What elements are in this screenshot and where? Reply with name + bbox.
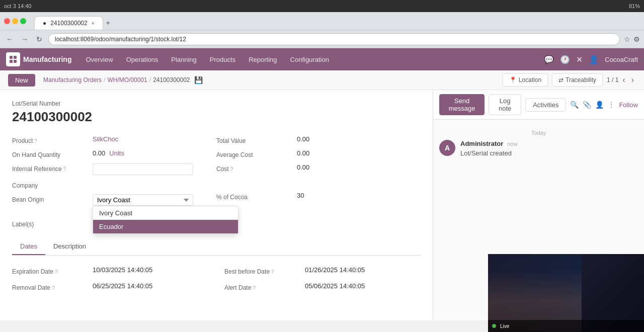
chat-avatar-0: A (439, 140, 455, 156)
address-bar-input[interactable] (48, 33, 620, 45)
window-min-button[interactable] (12, 18, 18, 24)
nav-operations[interactable]: Operations (120, 52, 165, 67)
chat-time-0: now (507, 141, 517, 147)
company-field-row: Company (12, 178, 216, 192)
nav-planning[interactable]: Planning (165, 52, 203, 67)
form-title-section: Lot/Serial Number 24100300002 (12, 100, 421, 125)
dates-fields: Expiration Date ? 10/03/2025 14:40:05 Be… (12, 264, 421, 294)
internal-ref-help-icon: ? (63, 167, 66, 172)
breadcrumb-actions: 📍 Location ⇄ Traceability 1 / 1 ‹ › (503, 73, 636, 87)
dropdown-item-ivory-coast[interactable]: Ivory Coast (93, 206, 238, 220)
nav-reporting[interactable]: Reporting (243, 52, 283, 67)
cost-label: Cost ? (216, 163, 297, 173)
window-close-button[interactable] (4, 18, 10, 24)
tab-description[interactable]: Description (45, 238, 94, 255)
ellipsis-icon[interactable]: ⋮ (608, 101, 615, 109)
best-before-label: Best before Date ? (224, 266, 305, 275)
expiration-help-icon: ? (55, 269, 58, 275)
search-chatter-icon[interactable]: 🔍 (570, 101, 579, 109)
extensions-button[interactable]: ⚙ (633, 35, 640, 43)
tab-dates[interactable]: Dates (12, 238, 45, 255)
removal-date-row: Removal Date ? 06/25/2025 14:40:05 (12, 280, 208, 294)
new-tab-button[interactable]: + (103, 16, 113, 30)
logo-icon (6, 52, 20, 66)
traceability-button[interactable]: ⇄ Traceability (552, 73, 603, 87)
breadcrumb-current: 24100300002 (153, 76, 190, 84)
form-main-title: 24100300002 (12, 109, 421, 125)
attach-icon[interactable]: 📎 (583, 101, 591, 109)
browser-back-button[interactable]: ← (4, 34, 15, 44)
prev-record-button[interactable]: ‹ (620, 75, 627, 85)
chat-date: Today (439, 130, 638, 136)
units-link[interactable]: Units (109, 149, 124, 157)
nav-configuration[interactable]: Configuration (284, 52, 335, 67)
browser-refresh-button[interactable]: ↻ (34, 34, 44, 44)
traceability-label: Traceability (566, 76, 596, 84)
form-col-left: Product ? SilkChoc On Hand Quantity 0.00… (12, 133, 216, 230)
labels-label: Label(s) (12, 219, 93, 228)
location-button[interactable]: 📍 Location (503, 73, 548, 87)
send-message-button[interactable]: Send message (439, 94, 485, 115)
app-header-right: 💬 🕐 ✕ 👤 CocoaCraft (544, 55, 638, 64)
product-value[interactable]: SilkChoc (93, 135, 118, 143)
internal-ref-input[interactable] (93, 163, 193, 175)
dropdown-item-ecuador[interactable]: Ecuador (93, 220, 238, 233)
form-col-right: Total Value 0.00 Average Cost 0.00 Cost … (216, 133, 421, 230)
browser-tab-active[interactable]: ● 24100300002 × (34, 16, 103, 30)
form-subtitle: Lot/Serial Number (12, 100, 421, 107)
browser-chrome: ● 24100300002 × + (0, 12, 644, 30)
product-help-icon: ? (34, 138, 37, 144)
best-before-value: 01/26/2025 14:40:05 (305, 266, 365, 274)
window-max-button[interactable] (20, 18, 26, 24)
svg-rect-1 (14, 56, 17, 59)
follow-button[interactable]: Follow (619, 101, 638, 109)
alert-date-value: 05/06/2025 14:40:05 (305, 282, 365, 290)
video-live-dot (492, 324, 496, 328)
activities-button[interactable]: Activities (525, 98, 566, 112)
panel-icons: 🔍 📎 👤 ⋮ Follow (570, 101, 638, 109)
cost-help-icon: ? (230, 167, 233, 172)
nav-products[interactable]: Products (204, 52, 242, 67)
removal-help-icon: ? (52, 285, 55, 291)
pagination: 1 / 1 ‹ › (607, 75, 636, 85)
video-status: Live (500, 323, 509, 329)
new-record-button[interactable]: New (8, 74, 35, 87)
cost-value: 0.00 (297, 163, 309, 171)
form-area: Lot/Serial Number 24100300002 Product ? … (0, 90, 433, 320)
breadcrumb-mo[interactable]: WH/MO/00001 (107, 76, 147, 84)
bean-origin-select[interactable]: Ivory Coast Ecuador (93, 194, 193, 206)
battery-level: 81% (629, 3, 640, 9)
breadcrumb-bar: New Manufacturing Orders / WH/MO/00001 /… (0, 70, 644, 90)
log-note-button[interactable]: Log note (489, 94, 521, 115)
total-value-label: Total Value (216, 135, 297, 144)
nav-overview[interactable]: Overview (79, 52, 119, 67)
user-icon[interactable]: 👤 (589, 55, 599, 64)
tab-close-button[interactable]: × (92, 21, 95, 26)
removal-date-value: 06/25/2025 14:40:05 (93, 282, 152, 290)
on-hand-field-row: On Hand Quantity 0.00 Units (12, 147, 216, 161)
cocoa-label: % of Cocoa (216, 192, 297, 201)
bookmark-button[interactable]: ☆ (624, 35, 630, 43)
svg-rect-0 (10, 56, 13, 59)
settings-icon[interactable]: ✕ (576, 55, 583, 64)
breadcrumb-manufacturing-orders[interactable]: Manufacturing Orders (43, 76, 102, 84)
form-columns: Product ? SilkChoc On Hand Quantity 0.00… (12, 133, 421, 230)
browser-tabs: ● 24100300002 × + (34, 12, 113, 30)
next-record-button[interactable]: › (629, 75, 636, 85)
bean-origin-dropdown-menu: Ivory Coast Ecuador (93, 206, 238, 234)
location-icon: 📍 (509, 76, 517, 84)
messages-icon[interactable]: 💬 (544, 55, 554, 64)
internal-ref-label: Internal Reference ? (12, 163, 93, 173)
avg-cost-field-row: Average Cost 0.00 (216, 147, 421, 161)
clock-icon[interactable]: 🕐 (560, 55, 570, 64)
best-before-help-icon: ? (271, 269, 274, 275)
browser-forward-button[interactable]: → (19, 34, 30, 44)
best-before-row: Best before Date ? 01/26/2025 14:40:05 (224, 264, 421, 278)
video-overlay: Live (488, 254, 644, 332)
pagination-text: 1 / 1 (607, 76, 618, 84)
expiration-date-label: Expiration Date ? (12, 266, 93, 275)
user-panel-icon[interactable]: 👤 (595, 101, 604, 109)
avg-cost-value: 0.00 (297, 149, 309, 157)
bean-origin-field-row: Bean Origin Ivory Coast Ecuador Ivory Co… (12, 192, 216, 208)
system-bar: oct 3 14:40 81% (0, 0, 644, 12)
